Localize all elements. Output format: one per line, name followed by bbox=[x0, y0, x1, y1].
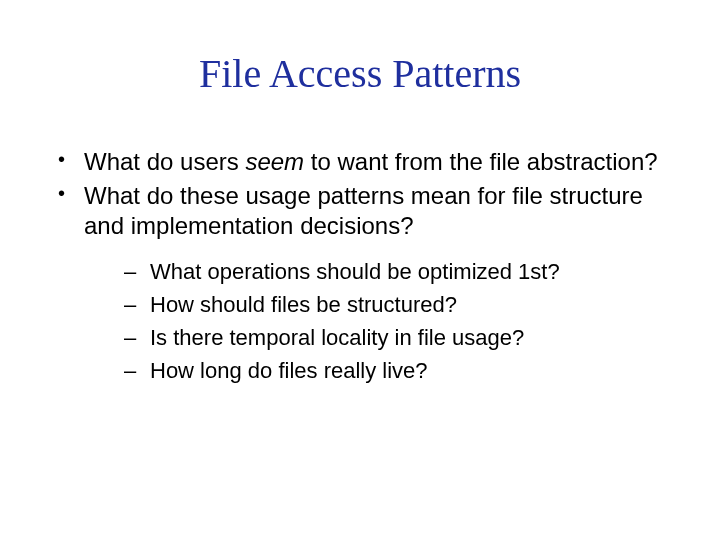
sub-bullet-list: What operations should be optimized 1st?… bbox=[84, 255, 680, 387]
bullet-text: What do these usage patterns mean for fi… bbox=[84, 182, 643, 239]
slide-title: File Access Patterns bbox=[40, 50, 680, 97]
bullet-text-em: seem bbox=[245, 148, 304, 175]
sub-bullet-item: How should files be structured? bbox=[124, 288, 680, 321]
bullet-item: What do these usage patterns mean for fi… bbox=[58, 181, 680, 387]
sub-bullet-item: What operations should be optimized 1st? bbox=[124, 255, 680, 288]
slide: File Access Patterns What do users seem … bbox=[0, 0, 720, 540]
bullet-list: What do users seem to want from the file… bbox=[40, 147, 680, 387]
sub-bullet-item: How long do files really live? bbox=[124, 354, 680, 387]
bullet-text-post: to want from the file abstraction? bbox=[304, 148, 658, 175]
bullet-item: What do users seem to want from the file… bbox=[58, 147, 680, 177]
sub-bullet-item: Is there temporal locality in file usage… bbox=[124, 321, 680, 354]
bullet-text-pre: What do users bbox=[84, 148, 245, 175]
